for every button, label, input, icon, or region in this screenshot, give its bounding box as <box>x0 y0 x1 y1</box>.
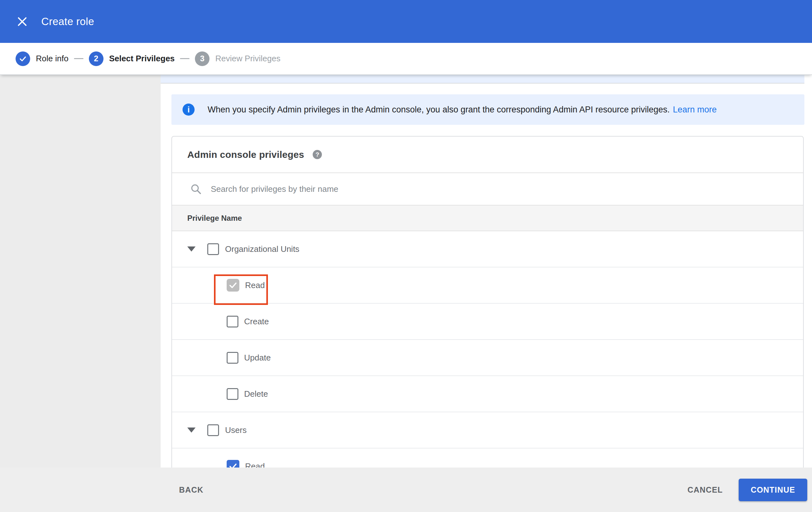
admin-privileges-info-banner: i When you specify Admin privileges in t… <box>171 94 804 125</box>
cancel-button[interactable]: CANCEL <box>688 485 723 494</box>
step-separator <box>180 58 190 59</box>
step-label: Review Privileges <box>215 54 280 63</box>
step-label: Role info <box>36 54 68 63</box>
step-number-badge: 2 <box>89 51 104 66</box>
app-bar: Create role <box>0 0 812 43</box>
wizard-footer: BACK CANCEL CONTINUE <box>0 467 812 512</box>
users-checkbox[interactable] <box>207 424 219 436</box>
help-icon[interactable]: ? <box>313 150 322 159</box>
continue-button[interactable]: CONTINUE <box>739 479 807 501</box>
privileges-search-input[interactable] <box>211 184 592 194</box>
step-separator <box>74 58 84 59</box>
privileges-search-row <box>172 173 803 205</box>
search-icon <box>190 183 202 195</box>
wizard-stepper: Role info 2 Select Privileges 3 Review P… <box>0 43 812 75</box>
back-button[interactable]: BACK <box>179 485 203 494</box>
collapse-caret-icon[interactable] <box>187 428 196 433</box>
privilege-label: Organizational Units <box>225 244 299 254</box>
info-banner-text: When you specify Admin privileges in the… <box>208 105 670 115</box>
privilege-label: Update <box>244 353 271 363</box>
close-button[interactable] <box>14 14 30 30</box>
scrolled-content-strip <box>161 75 804 84</box>
privilege-row-delete: Delete <box>172 376 803 412</box>
create-checkbox[interactable] <box>227 316 238 327</box>
privilege-label: Delete <box>244 389 268 399</box>
step-number-badge: 3 <box>195 51 209 66</box>
privilege-row-organizational-units: Organizational Units <box>172 231 803 267</box>
step-label: Select Privileges <box>109 54 175 63</box>
create-role-dialog: Create role Role info 2 Select Privilege… <box>0 0 812 512</box>
step-select-privileges[interactable]: 2 Select Privileges <box>89 51 175 66</box>
privilege-row-read: Read <box>172 267 803 304</box>
collapse-caret-icon[interactable] <box>187 246 196 251</box>
table-header-row: Privilege Name <box>172 205 803 231</box>
privilege-label: Read <box>245 280 265 290</box>
privilege-name-column-header: Privilege Name <box>187 214 242 223</box>
card-title-row: Admin console privileges ? <box>172 137 803 173</box>
step-role-info[interactable]: Role info <box>16 51 68 66</box>
card-title: Admin console privileges <box>187 149 304 160</box>
update-checkbox[interactable] <box>227 352 238 364</box>
left-nav-panel <box>0 75 161 467</box>
learn-more-link[interactable]: Learn more <box>673 105 717 115</box>
step-completed-check-icon <box>16 51 30 66</box>
organizational-units-checkbox[interactable] <box>207 243 219 255</box>
privilege-label: Users <box>225 425 246 435</box>
privilege-row-users: Users <box>172 412 803 449</box>
dialog-title: Create role <box>41 16 94 28</box>
close-icon <box>16 15 29 28</box>
privilege-label: Create <box>244 317 269 326</box>
privilege-row-update: Update <box>172 340 803 376</box>
info-icon: i <box>182 104 195 116</box>
delete-checkbox[interactable] <box>227 388 238 400</box>
admin-console-privileges-card: Admin console privileges ? Privilege Nam… <box>171 136 804 485</box>
read-checkbox-checked-disabled <box>227 279 239 292</box>
privilege-row-create: Create <box>172 304 803 340</box>
step-review-privileges[interactable]: 3 Review Privileges <box>195 51 280 66</box>
